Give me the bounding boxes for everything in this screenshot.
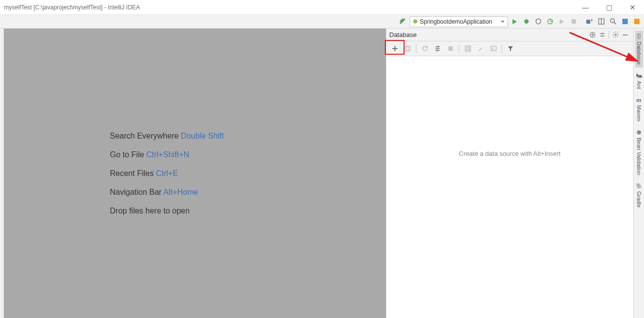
stop-button[interactable]: [444, 43, 457, 55]
run-configuration-selector[interactable]: ⬢ SpringbootdemoApplication: [409, 16, 508, 27]
build-icon[interactable]: [398, 16, 408, 27]
svg-line-7: [614, 22, 616, 24]
tab-label: Ant: [636, 81, 642, 89]
svg-point-6: [610, 19, 614, 23]
left-gutter: [0, 29, 4, 318]
database-panel-body: Create a data source with Alt+Insert: [386, 56, 633, 318]
run-disabled-button[interactable]: [556, 16, 567, 27]
hint-label: Recent Files: [110, 169, 154, 177]
hint-search-everywhere: Search Everywhere Double Shift: [110, 132, 224, 141]
right-tool-stripe: 🗄 Database 🐜 Ant m Maven ⬣ Bean Validati…: [633, 29, 644, 318]
svg-rect-24: [448, 46, 453, 51]
right-tab-maven[interactable]: m Maven: [635, 94, 643, 124]
hint-navigation-bar: Navigation Bar Alt+Home: [110, 188, 198, 197]
window-titlebar: myselfTest [C:\javaproject\myselfTest] -…: [0, 0, 644, 15]
svg-rect-9: [634, 19, 640, 24]
minimize-button[interactable]: —: [578, 3, 593, 11]
hint-go-to-file: Go to File Ctrl+Shift+N: [110, 150, 189, 159]
gradle-icon: 🐘: [636, 183, 643, 189]
svg-point-15: [602, 33, 603, 35]
right-tab-bean-validation[interactable]: ⬣ Bean Validation: [635, 126, 643, 178]
database-panel-header: Database: [386, 29, 633, 41]
hide-icon[interactable]: [620, 30, 630, 40]
project-structure-button[interactable]: [596, 16, 607, 27]
hint-label: Navigation Bar: [110, 188, 162, 196]
ant-icon: 🐜: [636, 72, 643, 79]
editor-empty-state: Search Everywhere Double Shift Go to Fil…: [4, 29, 386, 318]
svg-rect-8: [622, 19, 628, 24]
split-icon[interactable]: [597, 30, 607, 40]
tab-label: Gradle: [636, 191, 642, 208]
hint-drop-files: Drop files here to open: [110, 207, 190, 215]
refresh-button[interactable]: [418, 43, 431, 55]
right-tab-database[interactable]: 🗄 Database: [635, 31, 643, 68]
profile-button[interactable]: [544, 16, 555, 27]
svg-point-17: [614, 34, 616, 36]
hint-hotkey: Alt+Home: [164, 188, 199, 196]
maximize-button[interactable]: ▢: [602, 3, 616, 11]
database-icon: 🗄: [636, 34, 642, 39]
tab-label: Database: [636, 41, 642, 65]
hint-hotkey: Ctrl+E: [156, 169, 178, 177]
collapse-icon[interactable]: [587, 30, 597, 40]
window-controls: — ▢ ✕: [578, 3, 640, 11]
hint-label: Go to File: [110, 150, 144, 159]
tab-label: Bean Validation: [636, 138, 642, 175]
database-panel-toolbar: [386, 41, 633, 56]
ide-settings-button[interactable]: [619, 16, 630, 27]
hint-recent-files: Recent Files Ctrl+E: [110, 169, 178, 178]
run-config-label: SpringbootdemoApplication: [420, 18, 492, 25]
hint-label: Drop files here to open: [110, 207, 190, 215]
debug-button[interactable]: [521, 16, 532, 27]
maven-icon: m: [637, 97, 642, 103]
update-button[interactable]: [584, 16, 595, 27]
database-tool-window: Database Create a data source with Alt+I…: [386, 29, 633, 318]
console-button[interactable]: [487, 43, 500, 55]
main-area: Search Everywhere Double Shift Go to Fil…: [0, 29, 644, 318]
run-button[interactable]: [509, 16, 520, 27]
hint-hotkey: Ctrl+Shift+N: [146, 150, 189, 159]
svg-point-16: [602, 35, 603, 37]
svg-rect-2: [572, 19, 576, 24]
window-title: myselfTest [C:\javaproject\myselfTest] -…: [4, 4, 578, 11]
main-toolbar: ⬢ SpringbootdemoApplication: [0, 15, 644, 29]
svg-rect-30: [491, 46, 496, 51]
right-tab-ant[interactable]: 🐜 Ant: [635, 70, 644, 92]
bean-icon: ⬣: [637, 129, 642, 136]
settings-icon[interactable]: [610, 30, 620, 40]
svg-rect-25: [465, 46, 471, 51]
stop-button[interactable]: [568, 16, 579, 27]
right-tab-gradle[interactable]: 🐘 Gradle: [635, 180, 644, 211]
database-panel-title: Database: [389, 31, 587, 38]
filter-button[interactable]: [504, 43, 517, 55]
svg-rect-21: [405, 47, 409, 51]
hint-label: Search Everywhere: [110, 132, 179, 140]
svg-rect-3: [586, 20, 590, 24]
search-button[interactable]: [608, 16, 618, 27]
duplicate-button[interactable]: [401, 43, 414, 55]
close-button[interactable]: ✕: [625, 3, 640, 11]
coverage-button[interactable]: [533, 16, 543, 27]
table-view-button[interactable]: [461, 43, 474, 55]
database-empty-placeholder: Create a data source with Alt+Insert: [459, 150, 560, 157]
spring-icon: ⬢: [413, 18, 418, 25]
hint-hotkey: Double Shift: [181, 132, 224, 140]
sync-button[interactable]: [431, 43, 444, 55]
edit-button[interactable]: [474, 43, 487, 55]
svg-rect-22: [407, 46, 410, 50]
notify-button[interactable]: [631, 16, 642, 27]
tab-label: Maven: [636, 105, 642, 121]
